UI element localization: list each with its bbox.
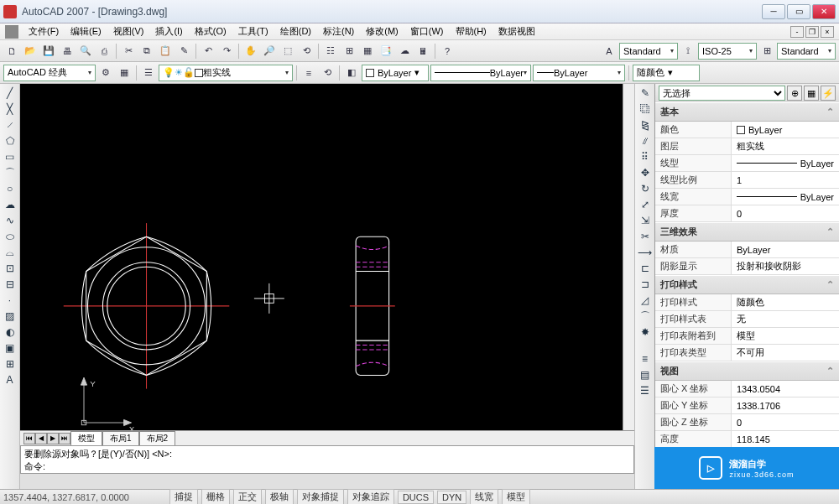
erase-icon[interactable]: ✎	[637, 86, 654, 101]
prop-plotstyle[interactable]: 打印样式随颜色	[655, 294, 839, 311]
pan-icon[interactable]: ✋	[242, 43, 259, 60]
tp-icon[interactable]: ▦	[359, 43, 376, 60]
calc-icon[interactable]: 🖩	[414, 43, 431, 60]
grid-toggle[interactable]: 栅格	[201, 489, 230, 504]
extend-icon[interactable]: ⟶	[637, 245, 654, 260]
cat-plot[interactable]: 打印样式⌃	[655, 275, 839, 294]
app-menu-icon[interactable]	[5, 25, 18, 39]
fillet-icon[interactable]: ⌒	[637, 309, 654, 324]
new-icon[interactable]: 🗋	[3, 43, 20, 60]
mirror-icon[interactable]: ⧎	[637, 117, 654, 132]
ws-save-icon[interactable]: ▦	[116, 65, 133, 81]
zoom-prev-icon[interactable]: ⟲	[298, 43, 315, 60]
prop-center-x[interactable]: 圆心 X 坐标1343.0504	[655, 381, 839, 397]
snap-toggle[interactable]: 捕捉	[169, 489, 198, 504]
dim-style-combo[interactable]: ISO-25▾	[698, 43, 757, 60]
cat-basic[interactable]: 基本⌃	[655, 102, 839, 122]
join-icon[interactable]: ⊐	[637, 277, 654, 292]
array-icon[interactable]: ⠿	[637, 149, 654, 164]
markup-icon[interactable]: ☁	[396, 43, 413, 60]
ellipse-icon[interactable]: ⬭	[2, 229, 18, 244]
table-style-icon[interactable]: ⊞	[758, 43, 775, 60]
osnap-toggle[interactable]: 对象捕捉	[297, 489, 344, 504]
pickadd-icon[interactable]: ⊕	[787, 86, 802, 101]
area-icon[interactable]: ▤	[637, 367, 654, 382]
cut-icon[interactable]: ✂	[120, 43, 137, 60]
region-icon[interactable]: ▣	[2, 340, 18, 356]
make-block-icon[interactable]: ⊟	[2, 277, 18, 292]
prop-center-y[interactable]: 圆心 Y 坐标1338.1706	[655, 397, 839, 414]
gradient-icon[interactable]: ◐	[2, 325, 18, 340]
print-icon[interactable]: 🖶	[59, 43, 76, 60]
close-button[interactable]: ✕	[812, 4, 836, 19]
tab-layout2[interactable]: 布局2	[139, 431, 176, 445]
prop-shadow[interactable]: 阴影显示投射和接收阴影	[655, 258, 839, 275]
menu-view[interactable]: 视图(V)	[108, 23, 149, 39]
prop-lineweight[interactable]: 线宽ByLayer	[655, 189, 839, 205]
menu-format[interactable]: 格式(O)	[190, 23, 232, 39]
ellipse-arc-icon[interactable]: ⌓	[2, 245, 18, 260]
prop-plottype[interactable]: 打印表类型不可用	[655, 345, 839, 361]
prop-thickness[interactable]: 厚度0	[655, 205, 839, 222]
dyn-toggle[interactable]: DYN	[437, 491, 466, 504]
layer-props-icon[interactable]: ☰	[140, 65, 157, 81]
tab-first[interactable]: ⏮	[23, 433, 35, 444]
break-icon[interactable]: ⊏	[637, 261, 654, 276]
mdi-minimize[interactable]: -	[790, 26, 804, 38]
plotstyle-combo[interactable]: 随颜色▾	[633, 65, 700, 81]
mdi-close[interactable]: ×	[821, 26, 834, 38]
selection-combo[interactable]: 无选择	[659, 86, 785, 101]
tab-next[interactable]: ▶	[47, 433, 59, 444]
layer-state-icon[interactable]: ⟲	[319, 65, 336, 81]
rectangle-icon[interactable]: ▭	[2, 149, 18, 164]
undo-icon[interactable]: ↶	[200, 43, 216, 60]
prop-center-z[interactable]: 圆心 Z 坐标0	[655, 414, 839, 431]
lineweight-combo[interactable]: ByLayer▾	[533, 65, 625, 81]
cat-3d[interactable]: 三维效果⌃	[655, 222, 839, 242]
menu-file[interactable]: 文件(F)	[23, 23, 64, 39]
open-icon[interactable]: 📂	[22, 43, 39, 60]
coordinates[interactable]: 1357.4404, 1327.6817, 0.0000	[3, 492, 129, 502]
hatch-icon[interactable]: ▨	[2, 309, 18, 324]
menu-dimension[interactable]: 标注(N)	[318, 23, 359, 39]
chamfer-icon[interactable]: ◿	[637, 293, 654, 308]
match-icon[interactable]: ✎	[175, 43, 192, 60]
tab-model[interactable]: 模型	[70, 431, 102, 445]
vertical-scrollbar[interactable]	[623, 84, 634, 430]
preview-icon[interactable]: 🔍	[77, 43, 94, 60]
color-control-icon[interactable]: ◧	[343, 65, 360, 81]
scale-icon[interactable]: ⤢	[637, 197, 654, 212]
tab-prev[interactable]: ◀	[35, 433, 47, 444]
ortho-toggle[interactable]: 正交	[233, 489, 262, 504]
model-viewport[interactable]: Y X	[20, 84, 634, 430]
otrack-toggle[interactable]: 对象追踪	[347, 489, 394, 504]
redo-icon[interactable]: ↷	[218, 43, 235, 60]
menu-help[interactable]: 帮助(H)	[451, 23, 492, 39]
xline-icon[interactable]: ╳	[2, 101, 18, 117]
quick-select-icon[interactable]: ⚡	[821, 86, 836, 101]
workspace-combo[interactable]: AutoCAD 经典▾	[3, 65, 96, 81]
text-style-combo[interactable]: Standard▾	[619, 43, 678, 60]
point-icon[interactable]: ·	[2, 293, 18, 308]
trim-icon[interactable]: ✂	[637, 229, 654, 244]
pline-icon[interactable]: ⟋	[2, 117, 18, 132]
tab-last[interactable]: ⏭	[59, 433, 70, 444]
dc-icon[interactable]: ⊞	[341, 43, 357, 60]
publish-icon[interactable]: ⎙	[96, 43, 112, 60]
model-toggle[interactable]: 模型	[502, 489, 530, 504]
dim-style-icon[interactable]: ⟟	[680, 43, 696, 60]
polar-toggle[interactable]: 极轴	[265, 489, 294, 504]
properties-icon[interactable]: ☷	[322, 43, 339, 60]
menu-window[interactable]: 窗口(W)	[405, 23, 449, 39]
mdi-restore[interactable]: ❐	[805, 26, 819, 38]
list-icon[interactable]: ☰	[637, 383, 654, 398]
revcloud-icon[interactable]: ☁	[2, 197, 18, 212]
lwt-toggle[interactable]: 线宽	[470, 489, 498, 504]
menu-tools[interactable]: 工具(T)	[233, 23, 274, 39]
minimize-button[interactable]: ─	[762, 4, 785, 19]
table-style-combo[interactable]: Standard▾	[777, 43, 836, 60]
cat-view[interactable]: 视图⌃	[655, 361, 839, 381]
ducs-toggle[interactable]: DUCS	[398, 491, 434, 504]
line-icon[interactable]: ╱	[2, 86, 18, 101]
maximize-button[interactable]: ▭	[787, 4, 810, 19]
